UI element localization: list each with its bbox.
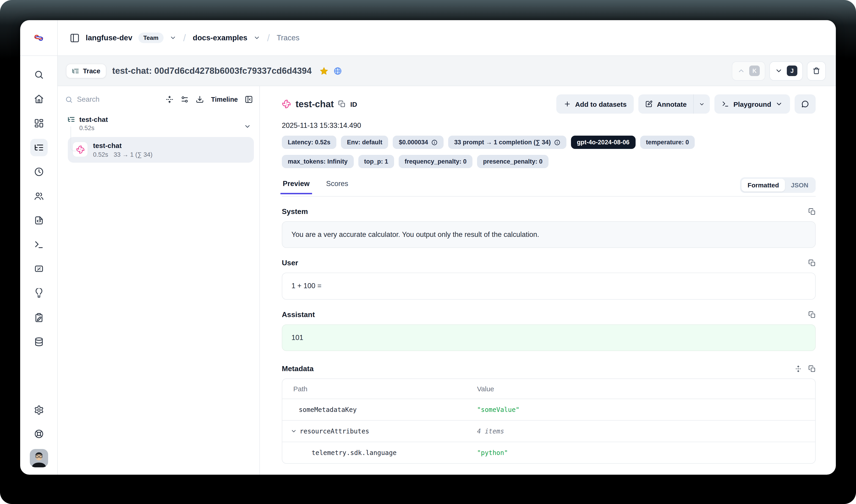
sidebar-item-sessions[interactable] — [30, 163, 48, 181]
tokens-badge[interactable]: 33 prompt → 1 completion (∑ 34) — [448, 136, 566, 149]
view-json-option[interactable]: JSON — [785, 179, 814, 192]
tree-search — [65, 95, 159, 104]
sidebar-item-prompts[interactable] — [30, 212, 48, 229]
playground-button[interactable]: Playground — [715, 94, 790, 114]
sidebar-item-settings[interactable] — [30, 401, 48, 419]
badge-label: Env: default — [347, 139, 382, 146]
sliders-icon — [181, 95, 189, 104]
metadata-row-nested: telemetry.sdk.language "python" — [282, 443, 815, 464]
clipboard-pen-icon — [34, 312, 44, 323]
tree-settings-button[interactable] — [181, 95, 189, 104]
search-icon — [34, 70, 44, 80]
copy-section-button[interactable] — [808, 311, 816, 319]
sidebar-item-evaluation[interactable] — [30, 260, 48, 278]
tab-scores[interactable]: Scores — [325, 180, 349, 194]
panel-close-icon — [245, 95, 253, 104]
temperature-badge: temperature: 0 — [640, 136, 695, 149]
terminal-icon — [34, 240, 44, 250]
timeline-toggle[interactable]: Timeline — [211, 96, 238, 103]
users-icon — [34, 191, 44, 201]
section-title: User — [282, 259, 298, 267]
view-formatted-option[interactable]: Formatted — [742, 179, 785, 192]
metadata-row-expandable[interactable]: resourceAttributes 4 items — [282, 421, 815, 443]
copy-section-button[interactable] — [808, 208, 816, 215]
trace-tree-icon — [72, 67, 79, 74]
view-toggle: Formatted JSON — [740, 177, 816, 193]
sidebar-nav — [30, 56, 48, 401]
public-globe-icon[interactable] — [333, 66, 342, 75]
org-plan-badge: Team — [138, 33, 164, 43]
sidebar-item-home[interactable] — [30, 90, 48, 108]
sidebar-item-search[interactable] — [30, 66, 48, 84]
expand-metadata-button[interactable] — [795, 365, 802, 373]
langfuse-logo[interactable] — [20, 20, 57, 56]
sidebar-item-support[interactable] — [30, 425, 48, 443]
sidebar-toggle-button[interactable] — [70, 33, 80, 43]
badge-label: $0.000034 — [399, 139, 428, 146]
metadata-value: "someValue" — [477, 399, 815, 420]
sidebar-item-tracing[interactable] — [30, 139, 48, 156]
knot-logo-icon — [33, 32, 45, 44]
model-badge[interactable]: gpt-4o-2024-08-06 — [571, 136, 636, 149]
tree-connector — [71, 126, 77, 151]
bookmark-star-icon[interactable] — [319, 66, 328, 75]
square-pen-icon — [645, 100, 653, 108]
sidebar-item-insights[interactable] — [30, 285, 48, 302]
download-button[interactable] — [196, 95, 204, 104]
top-p-badge: top_p: 1 — [358, 155, 394, 168]
collapse-panel-button[interactable] — [245, 95, 253, 104]
tree-node-generation-selected[interactable]: test-chat 0.52s 33 → 1 (∑ 34) — [68, 137, 254, 163]
copy-icon — [808, 208, 816, 215]
tree-node-tokens: 33 → 1 (∑ 34) — [114, 151, 153, 158]
observation-actions: Add to datasets Annotate — [556, 94, 816, 114]
sidebar-item-datasets[interactable] — [30, 333, 48, 350]
chevron-down-icon — [170, 34, 176, 41]
org-switcher[interactable] — [170, 34, 176, 41]
tree-node-duration: 0.52s — [79, 125, 255, 131]
clock-icon — [34, 167, 44, 177]
project-switcher[interactable] — [253, 34, 260, 41]
tree-node-name: test-chat — [93, 142, 122, 149]
next-trace-button[interactable]: J — [769, 61, 803, 80]
collapse-all-button[interactable] — [166, 95, 174, 104]
trace-tree-icon — [34, 143, 44, 152]
copy-id-button[interactable] — [338, 100, 346, 108]
app-window: langfuse-dev Team / docs-examples / Trac… — [20, 20, 836, 475]
breadcrumb-current-page[interactable]: Traces — [277, 33, 300, 42]
annotate-button[interactable]: Annotate — [639, 94, 694, 114]
prev-trace-button[interactable]: K — [732, 61, 765, 80]
breadcrumb-divider: / — [266, 32, 271, 43]
plus-icon — [564, 100, 571, 108]
max-tokens-badge: max_tokens: Infinity — [282, 155, 354, 168]
project-name[interactable]: docs-examples — [193, 33, 247, 42]
dashboard-grid-icon — [34, 118, 44, 128]
main-column: langfuse-dev Team / docs-examples / Trac… — [58, 20, 836, 475]
org-name[interactable]: langfuse-dev — [86, 33, 132, 42]
search-input[interactable] — [77, 95, 118, 104]
chevron-down-icon — [290, 428, 297, 435]
observation-name: test-chat — [296, 99, 334, 109]
annotate-menu-button[interactable] — [694, 94, 710, 114]
comments-button[interactable] — [795, 94, 816, 114]
message-bubble-icon — [801, 100, 809, 108]
sidebar-item-playground[interactable] — [30, 236, 48, 253]
add-to-datasets-button[interactable]: Add to datasets — [556, 94, 634, 114]
lifebuoy-icon — [34, 429, 44, 439]
section-title: Assistant — [282, 311, 315, 319]
tab-preview[interactable]: Preview — [282, 180, 310, 194]
section-title: System — [282, 208, 308, 216]
sidebar-item-annotation[interactable] — [30, 309, 48, 326]
sidebar-item-dashboards[interactable] — [30, 114, 48, 132]
delete-trace-button[interactable] — [807, 61, 826, 80]
column-path: Path — [282, 379, 477, 399]
sidebar-item-users[interactable] — [30, 187, 48, 205]
cost-badge[interactable]: $0.000034 — [393, 136, 444, 149]
metadata-key: resourceAttributes — [300, 428, 369, 435]
user-avatar[interactable] — [30, 449, 48, 467]
file-code-icon — [34, 215, 44, 226]
copy-metadata-button[interactable] — [808, 365, 816, 373]
tree-node-trace[interactable]: test-chat 0.52s — [65, 115, 255, 131]
metadata-title: Metadata — [282, 365, 314, 373]
copy-section-button[interactable] — [808, 259, 816, 267]
collapse-node-button[interactable] — [244, 123, 251, 130]
